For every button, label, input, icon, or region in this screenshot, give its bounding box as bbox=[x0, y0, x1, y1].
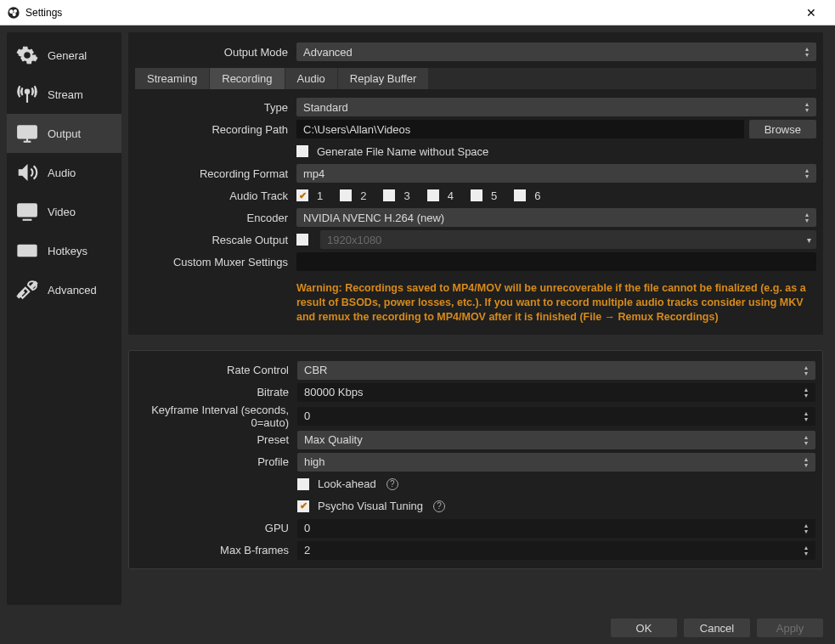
bframes-label: Max B-frames bbox=[136, 544, 297, 556]
chevron-updown-icon: ▴▾ bbox=[800, 431, 812, 449]
format-label: Recording Format bbox=[135, 167, 296, 180]
ok-button[interactable]: OK bbox=[611, 619, 677, 637]
browse-button[interactable]: Browse bbox=[749, 120, 816, 138]
sidebar-item-label: Output bbox=[48, 127, 81, 140]
sidebar-item-audio[interactable]: Audio bbox=[7, 153, 121, 192]
lookahead-label[interactable]: Look-ahead bbox=[318, 477, 376, 490]
bframes-input[interactable]: 2 ▴▾ bbox=[297, 541, 815, 560]
svg-point-1 bbox=[9, 9, 14, 14]
track-2-checkbox[interactable]: ✔ bbox=[340, 189, 352, 201]
rescale-select[interactable]: 1920x1080 ▾ bbox=[320, 230, 816, 249]
audio-track-label: Audio Track bbox=[135, 189, 296, 202]
keyint-input[interactable]: 0 ▴▾ bbox=[297, 407, 815, 426]
sidebar-item-advanced[interactable]: Advanced bbox=[7, 270, 121, 309]
window-title: Settings bbox=[25, 7, 62, 19]
encoder-label: Encoder bbox=[135, 212, 296, 224]
mp4-warning: Warning: Recordings saved to MP4/MOV wil… bbox=[296, 278, 816, 328]
rescale-checkbox[interactable]: ✔ bbox=[296, 234, 308, 246]
svg-point-4 bbox=[25, 90, 29, 93]
sidebar-item-video[interactable]: Video bbox=[7, 192, 121, 231]
sidebar-item-hotkeys[interactable]: Hotkeys bbox=[7, 231, 121, 270]
track-3-checkbox[interactable]: ✔ bbox=[383, 189, 395, 201]
sidebar-item-output[interactable]: Output bbox=[7, 114, 121, 153]
encoder-select[interactable]: NVIDIA NVENC H.264 (new) ▴▾ bbox=[296, 208, 816, 227]
keyboard-icon bbox=[15, 239, 39, 263]
tab-recording[interactable]: Recording bbox=[210, 68, 284, 89]
spinner-arrows-icon[interactable]: ▴▾ bbox=[800, 519, 812, 538]
output-mode-label: Output Mode bbox=[135, 46, 296, 59]
gpu-input[interactable]: 0 ▴▾ bbox=[297, 519, 815, 538]
preset-label: Preset bbox=[136, 433, 297, 446]
psycho-checkbox[interactable]: ✔ bbox=[297, 500, 309, 512]
output-mode-select[interactable]: Advanced ▴▾ bbox=[296, 42, 816, 61]
gear-icon bbox=[15, 43, 39, 67]
titlebar: Settings ✕ bbox=[0, 0, 835, 25]
spinner-arrows-icon[interactable]: ▴▾ bbox=[800, 383, 812, 402]
spinner-arrows-icon[interactable]: ▴▾ bbox=[800, 541, 812, 560]
format-select[interactable]: mp4 ▴▾ bbox=[296, 164, 816, 183]
type-select[interactable]: Standard ▴▾ bbox=[296, 98, 816, 116]
bitrate-input[interactable]: 80000 Kbps ▴▾ bbox=[297, 383, 815, 402]
sidebar-item-label: Stream bbox=[48, 88, 83, 101]
app-icon bbox=[7, 6, 20, 20]
tab-audio[interactable]: Audio bbox=[285, 68, 337, 89]
output-tabs: Streaming Recording Audio Replay Buffer bbox=[135, 68, 816, 89]
close-button[interactable]: ✕ bbox=[794, 6, 828, 20]
profile-label: Profile bbox=[136, 455, 297, 468]
track-6-checkbox[interactable]: ✔ bbox=[514, 189, 526, 201]
antenna-icon bbox=[15, 82, 39, 106]
chevron-updown-icon: ▴▾ bbox=[800, 361, 812, 380]
type-label: Type bbox=[135, 101, 296, 114]
help-icon[interactable]: ? bbox=[433, 500, 445, 512]
svg-point-3 bbox=[13, 12, 16, 15]
keyint-label: Keyframe Interval (seconds, 0=auto) bbox=[136, 404, 297, 429]
gen-filename-label[interactable]: Generate File Name without Space bbox=[317, 145, 488, 158]
tab-replay-buffer[interactable]: Replay Buffer bbox=[338, 68, 429, 89]
svg-rect-9 bbox=[18, 204, 37, 216]
encoder-settings-panel: Rate Control CBR ▴▾ Bitrate 80000 Kbps ▴… bbox=[128, 350, 823, 569]
chevron-down-icon: ▾ bbox=[807, 235, 811, 245]
apply-button[interactable]: Apply bbox=[757, 619, 823, 637]
rate-control-label: Rate Control bbox=[136, 364, 297, 376]
chevron-updown-icon: ▴▾ bbox=[801, 42, 813, 61]
sidebar-item-label: Advanced bbox=[48, 284, 97, 297]
path-input[interactable]: C:\Users\Allan\Videos bbox=[296, 120, 744, 138]
muxer-input[interactable] bbox=[296, 252, 816, 271]
track-5-checkbox[interactable]: ✔ bbox=[471, 189, 482, 201]
help-icon[interactable]: ? bbox=[386, 478, 398, 490]
sidebar-item-label: General bbox=[48, 49, 87, 62]
bitrate-label: Bitrate bbox=[136, 386, 297, 398]
main-panel: Output Mode Advanced ▴▾ Streaming Record… bbox=[128, 32, 828, 605]
cancel-button[interactable]: Cancel bbox=[684, 619, 750, 637]
chevron-updown-icon: ▴▾ bbox=[801, 98, 813, 116]
gpu-label: GPU bbox=[136, 522, 297, 534]
rate-control-select[interactable]: CBR ▴▾ bbox=[297, 361, 815, 380]
track-4-checkbox[interactable]: ✔ bbox=[427, 189, 439, 201]
profile-select[interactable]: high ▴▾ bbox=[297, 453, 815, 472]
rescale-label: Rescale Output bbox=[135, 234, 296, 246]
preset-select[interactable]: Max Quality ▴▾ bbox=[297, 431, 815, 449]
sidebar-item-label: Hotkeys bbox=[48, 245, 87, 257]
track-1-checkbox[interactable]: ✔ bbox=[296, 189, 308, 201]
chevron-updown-icon: ▴▾ bbox=[801, 208, 813, 227]
tools-icon bbox=[15, 278, 39, 302]
dialog-footer: OK Cancel Apply bbox=[0, 612, 835, 644]
spinner-arrows-icon[interactable]: ▴▾ bbox=[800, 407, 812, 426]
path-label: Recording Path bbox=[135, 123, 296, 136]
tab-streaming[interactable]: Streaming bbox=[135, 68, 209, 89]
lookahead-checkbox[interactable]: ✔ bbox=[297, 478, 309, 490]
sidebar-item-stream[interactable]: Stream bbox=[7, 75, 121, 114]
psycho-label[interactable]: Psycho Visual Tuning bbox=[318, 500, 423, 512]
monitor-out-icon bbox=[15, 121, 39, 145]
svg-point-2 bbox=[14, 9, 17, 13]
sidebar-item-general[interactable]: General bbox=[7, 36, 121, 75]
sidebar-item-label: Audio bbox=[48, 167, 76, 179]
chevron-updown-icon: ▴▾ bbox=[801, 164, 813, 183]
gen-filename-checkbox[interactable]: ✔ bbox=[296, 145, 308, 157]
sidebar-item-label: Video bbox=[48, 206, 76, 218]
muxer-label: Custom Muxer Settings bbox=[135, 256, 296, 268]
chevron-updown-icon: ▴▾ bbox=[800, 453, 812, 472]
monitor-icon bbox=[15, 200, 39, 223]
sidebar: General Stream Output Audio bbox=[7, 32, 121, 605]
speaker-icon bbox=[15, 161, 39, 184]
